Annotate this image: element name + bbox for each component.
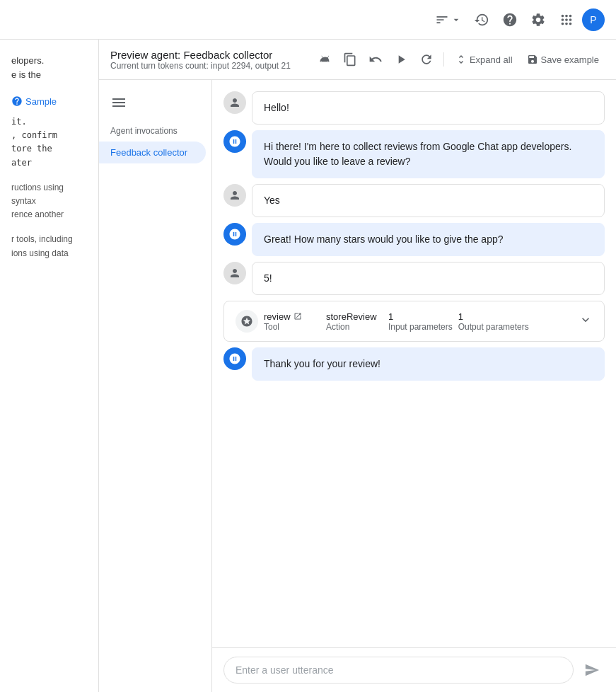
- avatar-user-3: [223, 262, 246, 284]
- history-icon[interactable]: [469, 7, 494, 33]
- tool-action: storeReview: [326, 311, 383, 322]
- avatar[interactable]: P: [582, 8, 605, 31]
- preview-title: Preview agent: Feedback collector: [110, 49, 308, 61]
- tool-input-params-num: 1: [388, 311, 453, 322]
- tool-chevron[interactable]: [579, 313, 593, 330]
- message-row-agent-1: Hi there! I'm here to collect reviews fr…: [223, 130, 605, 178]
- sample-link[interactable]: Sample: [0, 93, 98, 110]
- tool-type: Tool: [264, 322, 320, 332]
- sidebar-menu-icon[interactable]: [99, 88, 211, 120]
- help-icon[interactable]: [497, 7, 523, 33]
- avatar-user-2: [223, 184, 246, 207]
- expand-all-button[interactable]: Expand all: [450, 51, 518, 68]
- left-panel: elopers. e is the Sample it. , confirm t…: [0, 40, 99, 692]
- left-section-2: r tools, including ions using data: [0, 227, 98, 265]
- left-text-2: e is the: [11, 68, 87, 82]
- tool-output-params-label: Output parameters: [458, 322, 529, 332]
- avatar-agent-3: [223, 347, 246, 370]
- avatar-agent: [223, 130, 246, 153]
- message-row-user-1: Hello!: [223, 91, 605, 125]
- left-section: ructions using syntax rence another: [0, 175, 98, 228]
- message-row-agent-3: Thank you for your review!: [223, 347, 605, 381]
- android-button[interactable]: [313, 48, 336, 71]
- message-bubble-agent-2: Great! How many stars would you like to …: [252, 223, 605, 256]
- left-text-1: elopers.: [11, 54, 87, 68]
- message-bubble-user-2: Yes: [252, 184, 605, 217]
- preview-header: Preview agent: Feedback collector Curren…: [99, 40, 616, 80]
- message-row-agent-2: Great! How many stars would you like to …: [223, 223, 605, 256]
- message-bubble-agent-3: Thank you for your review!: [252, 347, 605, 381]
- send-button[interactable]: [579, 657, 605, 683]
- play-button[interactable]: [390, 48, 412, 71]
- avatar-agent-2: [223, 223, 246, 246]
- tool-action-label: Action: [326, 322, 383, 332]
- tool-output-params-num: 1: [458, 311, 529, 322]
- refresh-button[interactable]: [415, 48, 438, 71]
- message-row-user-2: Yes: [223, 184, 605, 217]
- agent-invocations-label: Agent invocations: [99, 120, 211, 142]
- avatar-user: [223, 91, 246, 114]
- input-area: [212, 647, 616, 692]
- sidebar-item-feedback-collector[interactable]: Feedback collector: [99, 142, 206, 163]
- grid-icon[interactable]: [554, 7, 579, 33]
- preview-subtitle: Current turn tokens count: input 2294, o…: [110, 61, 308, 71]
- conversation: Hello! Hi there! I'm here to collect rev…: [212, 80, 616, 647]
- message-bubble-user-3: 5!: [252, 262, 605, 295]
- tool-icon: [236, 310, 258, 333]
- message-bubble-agent-1: Hi there! I'm here to collect reviews fr…: [252, 130, 605, 178]
- sidebar-item-label: Feedback collector: [110, 147, 187, 158]
- tool-input-params-label: Input parameters: [388, 322, 453, 332]
- clipboard-button[interactable]: [339, 48, 361, 71]
- left-code: it. , confirm tore the ater: [11, 115, 87, 170]
- settings-icon[interactable]: [525, 7, 551, 33]
- message-bubble-user-1: Hello!: [252, 91, 605, 125]
- message-row-user-3: 5!: [223, 262, 605, 295]
- expand-all-label: Expand all: [470, 54, 513, 65]
- save-example-button[interactable]: Save example: [521, 51, 605, 68]
- save-example-label: Save example: [541, 54, 599, 65]
- topbar: P: [0, 0, 616, 40]
- user-utterance-input[interactable]: [223, 657, 574, 684]
- undo-button[interactable]: [364, 48, 387, 71]
- tool-name: review: [264, 311, 320, 322]
- sample-label: Sample: [25, 96, 57, 107]
- agent-sidebar: Agent invocations Feedback collector: [99, 80, 212, 692]
- tool-row[interactable]: review Tool storeReview Action 1 Input p…: [223, 301, 605, 342]
- sort-icon[interactable]: [431, 10, 466, 30]
